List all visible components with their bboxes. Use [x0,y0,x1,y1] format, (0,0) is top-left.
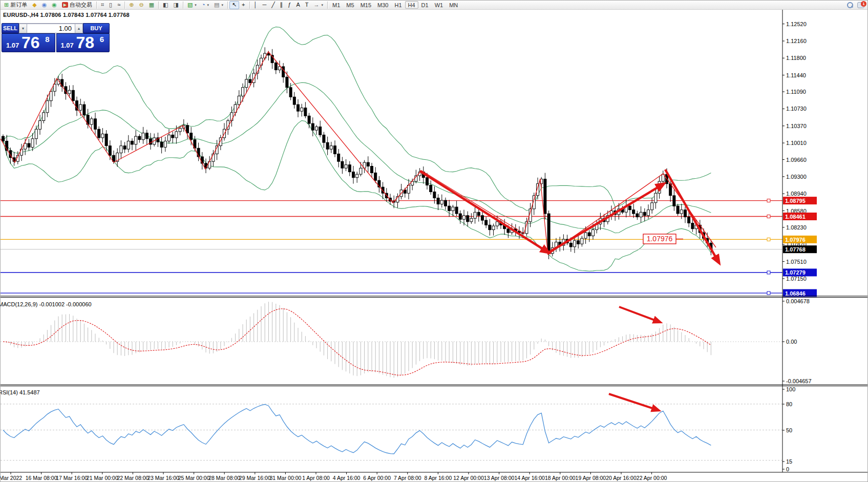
volume-input[interactable]: 1.00 [27,24,75,33]
sell-button[interactable]: SELL [2,23,19,33]
mt4-window: ⊞新订单◆◉◉▶自动交易⌗▯≈⊕⊖▦◧◨▧▾◔▾▤▾↖+│─╱∥ƒAT→▾M1M… [0,0,868,482]
auto-arrange-button[interactable]: ◧ [160,1,171,9]
time-tick-label: 22 Apr 00:00 [637,475,667,481]
trendline-icon: ╱ [271,2,275,8]
signals-icon: ◉ [52,2,57,8]
shapes-icon: → [314,2,320,8]
fibonacci-button[interactable]: ƒ [285,1,293,9]
period-button[interactable]: ◔▾ [199,1,211,9]
bid-price-big: 76 [22,33,40,52]
text-label-icon: T [305,2,309,8]
time-tick-label: 21 Mar 00:00 [87,475,118,481]
line-handle[interactable] [767,291,770,295]
price-tick-label: 1.11090 [786,89,806,95]
new-order-button-label: 新订单 [10,1,27,9]
price-axis[interactable]: 1.125201.121601.118001.114401.110901.107… [782,21,817,297]
tile-windows-button[interactable]: ▦ [146,1,157,9]
line-handle[interactable] [767,238,770,241]
vline-button[interactable]: │ [251,1,260,9]
tf-h1[interactable]: H1 [391,1,405,9]
tf-m5-label: M5 [346,2,354,8]
line-handle[interactable] [767,215,770,218]
macd-histogram [3,302,711,378]
text-button[interactable]: A [293,1,302,9]
tf-w1[interactable]: W1 [432,1,447,9]
price-badge-text: 1.08461 [785,214,806,220]
ask-price-panel[interactable]: 1.07 78 6 [56,33,110,52]
crosshair-icon: + [242,2,245,8]
tf-m30[interactable]: M30 [374,1,391,9]
buy-button[interactable]: BUY [83,23,110,33]
time-tick-label: 6 Apr 00:00 [363,475,391,481]
trendline-button[interactable]: ╱ [269,1,278,9]
hline-button[interactable]: ─ [260,1,269,9]
tf-d1-label: D1 [421,2,429,8]
line-handle[interactable] [767,199,770,202]
line-chart-button[interactable]: ≈ [115,1,123,9]
chart-canvas[interactable]: 1.079761.125201.121601.118001.114401.110… [1,10,868,482]
candle-chart-button[interactable]: ▯ [107,1,115,9]
cursor-button[interactable]: ↖ [229,1,239,9]
tf-d1[interactable]: D1 [418,1,432,9]
price-tick-label: 1.08230 [786,224,807,230]
tf-m15-label: M15 [361,2,371,8]
price-tick-label: 1.12520 [786,21,807,27]
notifications-icon[interactable]: 1 [857,2,864,8]
shapes-button[interactable]: →▾ [311,1,326,9]
text-label-button[interactable]: T [303,1,311,9]
bar-chart-button[interactable]: ⌗ [98,1,107,9]
bollinger-lower-band [3,120,711,271]
rsi-trend-arrow[interactable] [609,394,659,410]
volume-increase-button[interactable]: ▲ [75,24,83,33]
time-tick-label: 7 Apr 08:00 [394,475,421,481]
bar-chart-icon: ⌗ [101,2,104,8]
toolbar-separator [158,2,159,9]
cascade-icon: ◨ [173,2,178,8]
dropdown-caret-icon: ▾ [207,3,209,7]
new-order-button[interactable]: ⊞新订单 [2,1,30,9]
price-tick-label: 1.09660 [786,157,807,163]
main-price-pane: 1.07976 [1,27,782,295]
time-tick-label: 31 Mar 00:00 [269,475,301,481]
dropdown-caret-icon: ▾ [221,3,223,7]
candle-chart-icon: ▯ [109,2,112,8]
signals-button[interactable]: ◉ [49,1,59,9]
zoom-in-button[interactable]: ⊕ [126,1,136,9]
volume-decrease-button[interactable]: ▼ [19,24,27,33]
line-handle[interactable] [767,271,770,274]
toolbar-separator [227,2,228,9]
zoom-out-icon: ⊖ [139,2,143,8]
template-button[interactable]: ▤▾ [211,1,226,9]
profile-button[interactable]: ◉ [39,1,50,9]
dropdown-caret-icon: ▾ [322,3,324,7]
tf-m15[interactable]: M15 [357,1,374,9]
search-icon[interactable] [847,2,853,8]
cascade-button[interactable]: ◨ [171,1,181,9]
rsi-line [3,405,711,454]
toolbar-separator [249,2,250,9]
new-chart-button[interactable]: ▧▾ [185,1,199,9]
time-axis[interactable]: Mar 202216 Mar 08:0017 Mar 16:0021 Mar 0… [1,472,667,481]
bid-price-panel[interactable]: 1.07 76 8 [2,33,55,52]
time-tick-label: 18 Apr 00:00 [545,475,576,481]
macd-trend-arrow[interactable] [619,307,660,322]
template-icon: ▤ [214,2,219,8]
crosshair-button[interactable]: + [239,1,247,9]
tf-h4-label: H4 [408,2,415,8]
channel-button[interactable]: ∥ [278,1,286,9]
price-tick-label: 1.09300 [786,174,807,180]
zoom-out-button[interactable]: ⊖ [136,1,146,9]
bid-price-pip: 8 [45,35,49,44]
time-tick-label: 17 Mar 16:00 [56,475,88,481]
market-button[interactable]: ◆ [30,1,39,9]
tf-mn-label: MN [449,2,458,8]
price-tick-label: 1.08940 [786,191,807,197]
macd-tick-label: -0.004657 [786,378,812,384]
tf-h4[interactable]: H4 [405,1,418,9]
zigzag-line[interactable] [1,52,716,255]
tf-m5[interactable]: M5 [343,1,357,9]
tf-mn[interactable]: MN [446,1,461,9]
tf-m1[interactable]: M1 [329,1,343,9]
tf-h1-label: H1 [394,2,401,8]
autotrade-button[interactable]: ▶自动交易 [59,1,95,9]
